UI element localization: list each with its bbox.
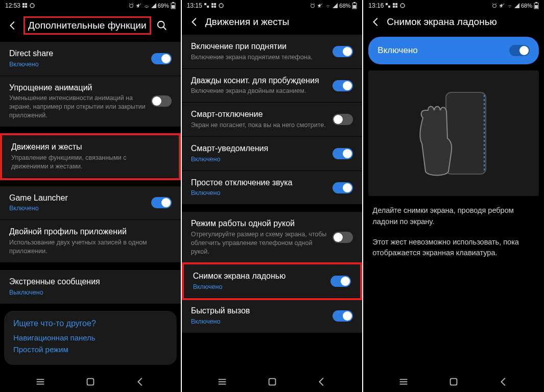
svg-rect-34 — [386, 3, 388, 5]
svg-rect-28 — [353, 2, 356, 3]
status-icon — [393, 3, 398, 8]
back-button[interactable] — [135, 376, 146, 387]
svg-rect-21 — [211, 6, 214, 8]
svg-rect-29 — [353, 5, 356, 8]
status-icon — [386, 3, 391, 8]
wifi-icon — [144, 3, 150, 9]
link-easy-mode[interactable]: Простой режим — [13, 345, 168, 354]
setting-motions-gestures[interactable]: Движения и жесты Управление функциями, с… — [2, 135, 179, 178]
svg-point-24 — [311, 4, 315, 8]
toggle[interactable] — [333, 46, 353, 57]
svg-rect-2 — [22, 6, 25, 8]
alarm-icon — [491, 3, 498, 9]
toggle[interactable] — [151, 53, 172, 64]
search-icon[interactable] — [156, 20, 168, 31]
back-icon[interactable] — [189, 16, 200, 28]
battery-text: 68% — [521, 3, 532, 9]
svg-rect-39 — [395, 6, 397, 8]
svg-rect-46 — [535, 5, 538, 8]
setting-direct-share[interactable]: Direct share Включено — [0, 42, 181, 76]
svg-rect-38 — [393, 6, 395, 8]
page-title-highlighted: Дополнительные функции — [23, 16, 151, 35]
page-title: Движения и жесты — [205, 16, 356, 28]
svg-point-40 — [400, 4, 405, 8]
setting-swipe-to-call[interactable]: Быстрый вызов Включено — [182, 299, 363, 333]
setting-smart-alert[interactable]: Смарт-уведомления Включено — [182, 137, 363, 170]
svg-rect-18 — [207, 6, 209, 8]
header: Дополнительные функции — [0, 11, 181, 42]
mute-icon — [317, 3, 323, 9]
toggle[interactable] — [333, 232, 353, 243]
alarm-icon — [310, 3, 316, 9]
svg-point-7 — [146, 7, 147, 8]
svg-point-41 — [492, 4, 496, 8]
battery-icon — [171, 2, 176, 9]
svg-rect-19 — [211, 3, 214, 5]
phone-screen-3: 13:16 68% Снимок экрана ладонью Включено — [363, 0, 544, 392]
wifi-icon — [507, 3, 513, 9]
toggle[interactable] — [151, 95, 172, 107]
setting-reduce-animations[interactable]: Упрощение анимаций Уменьшение интенсивно… — [0, 76, 181, 127]
svg-point-23 — [219, 4, 223, 8]
toggle[interactable] — [333, 182, 353, 193]
recents-button[interactable] — [35, 376, 46, 387]
back-button[interactable] — [498, 376, 509, 387]
signal-icon — [151, 3, 156, 8]
recents-button[interactable] — [398, 376, 409, 387]
svg-point-4 — [30, 4, 34, 8]
toggle[interactable] — [333, 310, 353, 322]
setting-one-handed[interactable]: Режим работы одной рукой Отрегулируйте р… — [182, 212, 363, 262]
highlight-palm-swipe: Снимок экрана ладонью Включено — [182, 262, 363, 301]
back-button[interactable] — [316, 376, 327, 387]
mute-icon — [499, 3, 505, 9]
toggle[interactable] — [333, 148, 353, 159]
setting-sos-messages[interactable]: Экстренные сообщения Выключено — [0, 270, 181, 304]
setting-dual-messenger[interactable]: Двойной профиль приложений Использование… — [0, 220, 181, 262]
home-button[interactable] — [267, 376, 278, 387]
signal-icon — [514, 3, 519, 8]
toggle[interactable] — [151, 197, 172, 208]
status-time: 12:53 — [5, 2, 20, 9]
svg-point-26 — [328, 7, 329, 8]
setting-easy-mute[interactable]: Простое отключение звука Включено — [182, 171, 363, 205]
status-icon — [22, 3, 28, 8]
status-time: 13:15 — [187, 2, 202, 9]
home-button[interactable] — [85, 376, 96, 387]
svg-rect-1 — [25, 3, 27, 5]
back-icon[interactable] — [7, 20, 18, 31]
toggle[interactable] — [333, 80, 353, 91]
link-navigation-bar[interactable]: Навигационная панель — [13, 333, 168, 342]
svg-rect-33 — [269, 379, 275, 385]
svg-rect-47 — [446, 92, 486, 174]
status-icon — [211, 3, 217, 8]
settings-list: Включение при поднятии Включение экрана … — [182, 35, 363, 372]
battery-text: 68% — [339, 3, 350, 9]
status-bar: 12:53 69% — [0, 0, 181, 11]
toggle[interactable] — [333, 114, 353, 125]
svg-rect-36 — [393, 3, 395, 5]
svg-point-43 — [509, 7, 510, 8]
setting-smart-stay[interactable]: Смарт-отключение Экран не погаснет, пока… — [182, 103, 363, 136]
svg-rect-22 — [214, 6, 216, 8]
toggle[interactable] — [330, 276, 351, 287]
setting-lift-to-wake[interactable]: Включение при поднятии Включение экрана … — [182, 35, 363, 68]
home-button[interactable] — [448, 376, 459, 387]
header: Снимок экрана ладонью — [363, 11, 544, 35]
status-time: 13:16 — [368, 2, 384, 9]
status-icon — [30, 3, 35, 8]
svg-rect-0 — [22, 3, 25, 5]
svg-rect-20 — [214, 3, 216, 5]
svg-line-12 — [163, 27, 166, 30]
description-2: Этот жест невозможно использовать, пока … — [363, 228, 544, 259]
status-icon — [219, 3, 224, 8]
toggle[interactable] — [509, 45, 530, 56]
status-icon — [400, 3, 405, 8]
settings-list: Direct share Включено Упрощение анимаций… — [0, 42, 181, 372]
page-title: Снимок экрана ладонью — [387, 16, 537, 28]
recents-button[interactable] — [217, 376, 228, 387]
back-icon[interactable] — [370, 16, 382, 28]
master-toggle-bar[interactable]: Включено — [368, 37, 539, 64]
setting-game-launcher[interactable]: Game Launcher Включено — [0, 186, 181, 220]
setting-palm-swipe-capture[interactable]: Снимок экрана ладонью Включено — [184, 264, 361, 298]
setting-double-tap-wake[interactable]: Дважды коснит. для пробуждения Включение… — [182, 69, 363, 103]
